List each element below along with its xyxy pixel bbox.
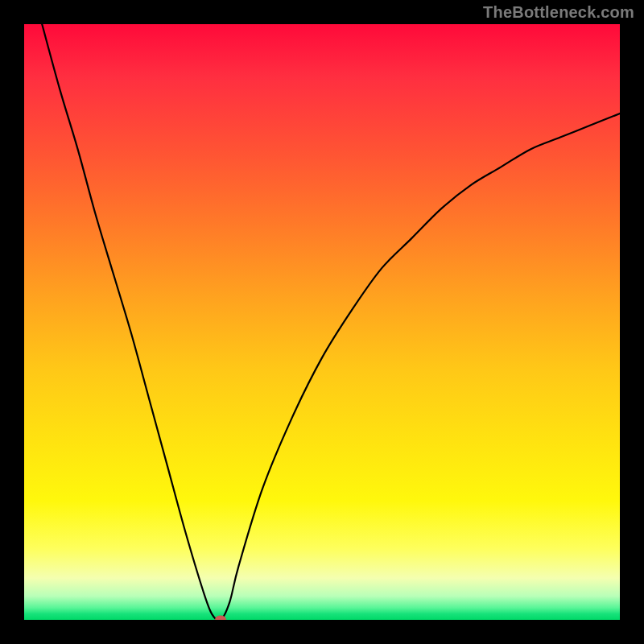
chart-frame: TheBottleneck.com: [0, 0, 644, 644]
line-series-curve: [42, 24, 620, 620]
curve-svg: [24, 24, 620, 620]
watermark-text: TheBottleneck.com: [483, 3, 634, 22]
optimum-marker: [215, 616, 226, 621]
plot-area: [24, 24, 620, 620]
